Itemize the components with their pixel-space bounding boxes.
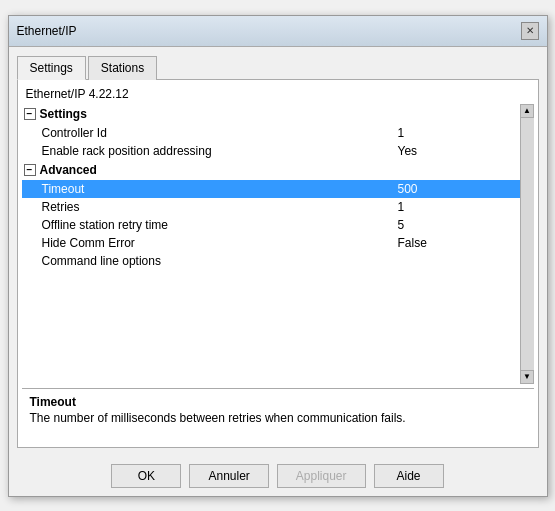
- prop-rack-position[interactable]: Enable rack position addressing Yes: [22, 142, 520, 160]
- button-bar: OK Annuler Appliquer Aide: [9, 456, 547, 496]
- section-advanced-header[interactable]: − Advanced: [22, 160, 520, 180]
- section-advanced-label: Advanced: [40, 163, 97, 177]
- section-settings-label: Settings: [40, 107, 87, 121]
- collapse-advanced-icon[interactable]: −: [24, 164, 36, 176]
- tab-stations[interactable]: Stations: [88, 56, 157, 80]
- prop-rack-position-name: Enable rack position addressing: [42, 144, 398, 158]
- tab-bar: Settings Stations: [17, 55, 539, 80]
- prop-retries-value: 1: [398, 200, 518, 214]
- prop-timeout[interactable]: Timeout 500: [22, 180, 520, 198]
- help-button[interactable]: Aide: [374, 464, 444, 488]
- help-title: Timeout: [30, 395, 526, 409]
- ethernet-ip-dialog: Ethernet/IP ✕ Settings Stations Ethernet…: [8, 15, 548, 497]
- prop-timeout-name: Timeout: [42, 182, 398, 196]
- ok-button[interactable]: OK: [111, 464, 181, 488]
- prop-command-line-name: Command line options: [42, 254, 398, 268]
- scroll-down-button[interactable]: ▼: [520, 370, 534, 384]
- close-button[interactable]: ✕: [521, 22, 539, 40]
- prop-retries-name: Retries: [42, 200, 398, 214]
- prop-controller-id-name: Controller Id: [42, 126, 398, 140]
- prop-hide-comm-error-name: Hide Comm Error: [42, 236, 398, 250]
- collapse-settings-icon[interactable]: −: [24, 108, 36, 120]
- cancel-button[interactable]: Annuler: [189, 464, 268, 488]
- prop-rack-position-value: Yes: [398, 144, 518, 158]
- dialog-title: Ethernet/IP: [17, 24, 77, 38]
- apply-button[interactable]: Appliquer: [277, 464, 366, 488]
- help-text: The number of milliseconds between retri…: [30, 411, 526, 425]
- content-area: Ethernet/IP 4.22.12 − Settings Controlle…: [17, 80, 539, 448]
- prop-hide-comm-error[interactable]: Hide Comm Error False: [22, 234, 520, 252]
- properties-container: − Settings Controller Id 1 Enable rack p…: [22, 104, 534, 384]
- prop-retries[interactable]: Retries 1: [22, 198, 520, 216]
- prop-timeout-value: 500: [398, 182, 518, 196]
- section-settings-header[interactable]: − Settings: [22, 104, 520, 124]
- prop-controller-id[interactable]: Controller Id 1: [22, 124, 520, 142]
- prop-offline-retry-name: Offline station retry time: [42, 218, 398, 232]
- tab-settings[interactable]: Settings: [17, 56, 86, 80]
- vertical-scrollbar: ▲ ▼: [520, 104, 534, 384]
- dialog-body: Settings Stations Ethernet/IP 4.22.12 − …: [9, 47, 547, 456]
- prop-hide-comm-error-value: False: [398, 236, 518, 250]
- prop-command-line[interactable]: Command line options: [22, 252, 520, 270]
- prop-offline-retry[interactable]: Offline station retry time 5: [22, 216, 520, 234]
- title-bar: Ethernet/IP ✕: [9, 16, 547, 47]
- prop-offline-retry-value: 5: [398, 218, 518, 232]
- scroll-up-button[interactable]: ▲: [520, 104, 534, 118]
- version-label: Ethernet/IP 4.22.12: [22, 84, 534, 104]
- prop-controller-id-value: 1: [398, 126, 518, 140]
- help-area: Timeout The number of milliseconds betwe…: [22, 388, 534, 443]
